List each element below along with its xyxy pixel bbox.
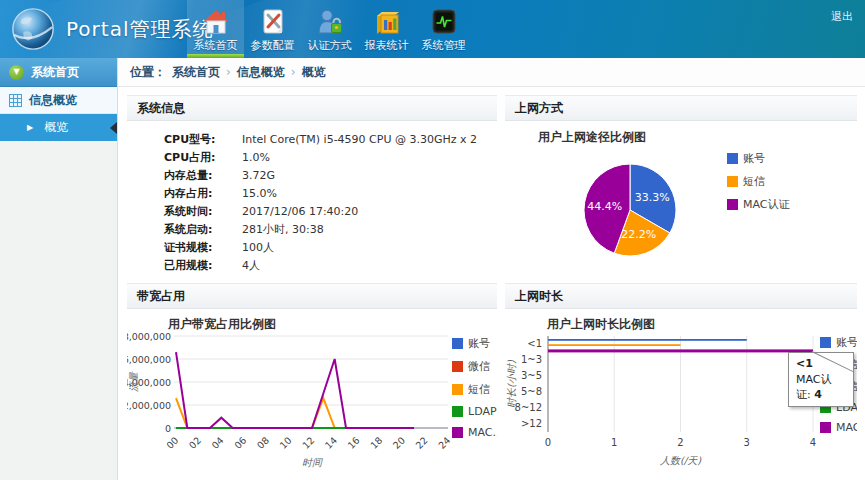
duration-bar-chart[interactable]: 01234<11~33~55~88~12>12人数(/天)时长(小时) xyxy=(505,309,835,473)
legend-item: MAC... xyxy=(820,421,857,434)
bar-MAC认证[interactable] xyxy=(548,349,813,352)
info-label: 证书规模: xyxy=(164,240,226,255)
x-tick-label: 24 xyxy=(436,435,452,451)
legend-item: 账号 xyxy=(727,151,790,166)
nav-tab-label: 参数配置 xyxy=(251,38,295,53)
legend-swatch xyxy=(820,337,831,348)
bandwidth-line-chart[interactable]: 02,000,0004,000,0006,000,0008,000,000000… xyxy=(127,309,467,473)
y-tick-label: 2,000,000 xyxy=(127,400,171,411)
legend-item: LDAP xyxy=(452,405,497,418)
online-method-pie-chart[interactable]: 33.3%22.2%44.4% xyxy=(523,143,738,276)
breadcrumb-item[interactable]: 概览 xyxy=(302,58,326,86)
x-axis-title: 人数(/天) xyxy=(659,455,702,466)
line-series-MAC认证[interactable] xyxy=(176,352,414,428)
nav-tab-label: 系统首页 xyxy=(194,38,238,53)
x-tick-label: 0 xyxy=(545,437,551,448)
info-value: 3.72G xyxy=(226,169,275,182)
nav-tab-label: 系统管理 xyxy=(422,38,466,53)
breadcrumb-item[interactable]: 系统首页 xyxy=(172,58,220,86)
sidebar-item-label: 信息概览 xyxy=(29,92,77,109)
category-label: 8~12 xyxy=(515,402,542,413)
system-info-row: 证书规模:100人 xyxy=(164,238,497,256)
y-tick-label: 6,000,000 xyxy=(127,354,171,365)
nav-tab-home[interactable]: 系统首页 xyxy=(187,0,244,58)
panel-online-method: 上网方式 用户上网途径比例图 33.3%22.2%44.4% 账号短信MAC认证 xyxy=(505,95,857,276)
x-tick-label: 22 xyxy=(413,435,429,451)
panel-duration: 用户上网时长比例图 01234<11~33~55~88~12>12人数(/天)时… xyxy=(505,283,857,473)
pie-slice-label: 33.3% xyxy=(635,191,670,204)
panel-title: 上网时长 xyxy=(505,283,857,309)
legend-swatch xyxy=(452,384,463,395)
category-label: 5~8 xyxy=(521,386,542,397)
category-label: 3~5 xyxy=(521,370,542,381)
x-tick-label: 16 xyxy=(345,435,361,451)
legend-swatch xyxy=(452,338,463,349)
nav-tab-reports[interactable]: 报表统计 xyxy=(358,0,415,58)
legend-label: LDAP xyxy=(468,405,497,418)
report-chart-icon xyxy=(373,8,401,35)
x-tick-label: 06 xyxy=(232,435,248,451)
x-tick-label: 00 xyxy=(164,435,180,451)
info-value: 1.0% xyxy=(226,151,270,164)
legend-label: MAC认证 xyxy=(743,197,790,212)
sidebar-item-label: 概览 xyxy=(44,119,68,136)
main-area: 位置： 系统首页 › 信息概览 › 概览 系统信息 CPU型号:Intel Co… xyxy=(118,58,865,480)
x-tick-label: 14 xyxy=(323,435,339,451)
panel-system-info: 系统信息 CPU型号:Intel Core(TM) i5-4590 CPU @ … xyxy=(127,95,497,276)
x-tick-label: 12 xyxy=(300,435,316,451)
bandwidth-legend: 账号微信短信LDAPMAC... xyxy=(452,336,497,439)
nav-tab-parameters[interactable]: 参数配置 xyxy=(244,0,301,58)
sidebar-item-overview-active[interactable]: ▶ 概览 xyxy=(0,114,117,141)
dashboard-content: 系统信息 CPU型号:Intel Core(TM) i5-4590 CPU @ … xyxy=(118,87,865,480)
system-info-row: CPU型号:Intel Core(TM) i5-4590 CPU @ 3.30G… xyxy=(164,130,497,148)
legend-item: 账号 xyxy=(452,336,497,351)
legend-item: 短信 xyxy=(727,174,790,189)
legend-label: 短信 xyxy=(743,174,765,189)
line-series-短信[interactable] xyxy=(176,398,414,428)
legend-label: 短信 xyxy=(468,382,490,397)
info-value: 4人 xyxy=(226,258,260,273)
x-tick-label: 08 xyxy=(255,435,271,451)
chevron-down-circle-icon: ▼ xyxy=(9,65,24,80)
legend-label: 账号 xyxy=(468,336,490,351)
x-tick-label: 04 xyxy=(209,435,225,451)
panel-title: 上网方式 xyxy=(505,95,857,121)
breadcrumb-separator: › xyxy=(226,58,231,86)
bar-账号[interactable] xyxy=(548,339,747,341)
nav-tab-system-admin[interactable]: 系统管理 xyxy=(415,0,472,58)
globe-logo-icon xyxy=(10,6,56,52)
info-value: 281小时, 30:38 xyxy=(226,222,324,237)
nav-tab-authentication[interactable]: 认证方式 xyxy=(301,0,358,58)
pie-legend: 账号短信MAC认证 xyxy=(727,151,790,212)
nav-tab-label: 认证方式 xyxy=(308,38,352,53)
legend-label: MAC... xyxy=(836,421,857,434)
portal-app: Portal管理系统 系统首页 参数配置 xyxy=(0,0,865,480)
breadcrumb-item[interactable]: 信息概览 xyxy=(237,58,285,86)
legend-swatch xyxy=(727,176,738,187)
logout-button[interactable]: 退出 xyxy=(831,9,853,24)
info-value: Intel Core(TM) i5-4590 CPU @ 3.30GHz x 2 xyxy=(226,133,477,146)
panel-bandwidth: 带宽占用 用户带宽占用比例图 02,000,0004,000,0006,000,… xyxy=(127,283,497,473)
bar-短信[interactable] xyxy=(548,344,681,346)
legend-swatch xyxy=(452,427,463,438)
user-lock-icon xyxy=(317,8,343,35)
category-label: >12 xyxy=(521,418,542,429)
nav-tab-label: 报表统计 xyxy=(365,38,409,53)
system-info-row: CPU占用:1.0% xyxy=(164,148,497,166)
info-value: 2017/12/06 17:40:20 xyxy=(226,205,358,218)
legend-swatch xyxy=(727,153,738,164)
system-info-row: 内存占用:15.0% xyxy=(164,184,497,202)
breadcrumb-separator: › xyxy=(291,58,296,86)
x-tick-label: 10 xyxy=(277,435,293,451)
system-info-list: CPU型号:Intel Core(TM) i5-4590 CPU @ 3.30G… xyxy=(127,121,497,274)
sidebar: ▼ 系统首页 信息概览 ▶ 概览 xyxy=(0,58,118,480)
legend-swatch xyxy=(820,422,831,433)
sidebar-item-home[interactable]: ▼ 系统首页 xyxy=(0,58,117,87)
legend-label: 微信 xyxy=(468,359,490,374)
sidebar-item-info-overview[interactable]: 信息概览 xyxy=(0,87,117,114)
y-axis-title: 流量 xyxy=(128,371,139,392)
info-label: 内存总量: xyxy=(164,168,226,183)
legend-item: MAC认证 xyxy=(727,197,790,212)
x-tick-label: 4 xyxy=(810,437,816,448)
pie-slice-label: 22.2% xyxy=(621,228,656,241)
